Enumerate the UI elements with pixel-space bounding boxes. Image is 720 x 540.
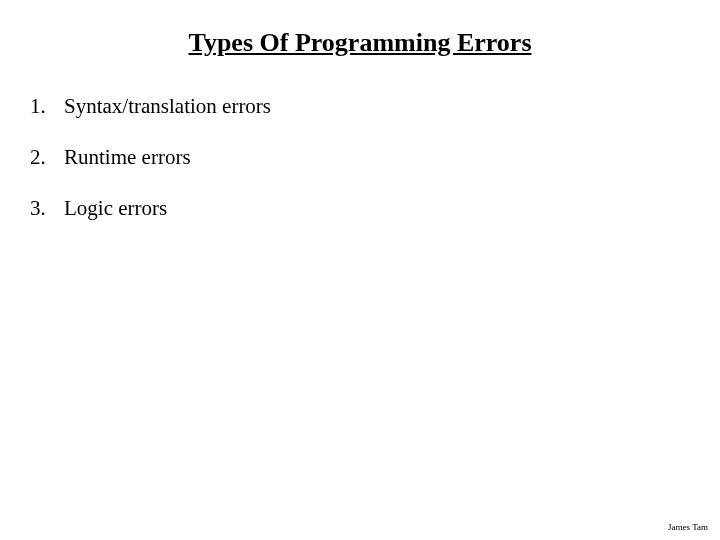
list-item-number: 3. (30, 196, 52, 221)
slide-container: Types Of Programming Errors 1. Syntax/tr… (0, 0, 720, 540)
list-item-number: 2. (30, 145, 52, 170)
list-item: 1. Syntax/translation errors (30, 94, 690, 119)
list-item-text: Runtime errors (64, 145, 191, 170)
slide-title: Types Of Programming Errors (30, 28, 690, 58)
list-item-number: 1. (30, 94, 52, 119)
list-item: 3. Logic errors (30, 196, 690, 221)
footer-author: James Tam (668, 522, 708, 532)
list-item: 2. Runtime errors (30, 145, 690, 170)
list-item-text: Logic errors (64, 196, 167, 221)
error-types-list: 1. Syntax/translation errors 2. Runtime … (30, 94, 690, 221)
list-item-text: Syntax/translation errors (64, 94, 271, 119)
